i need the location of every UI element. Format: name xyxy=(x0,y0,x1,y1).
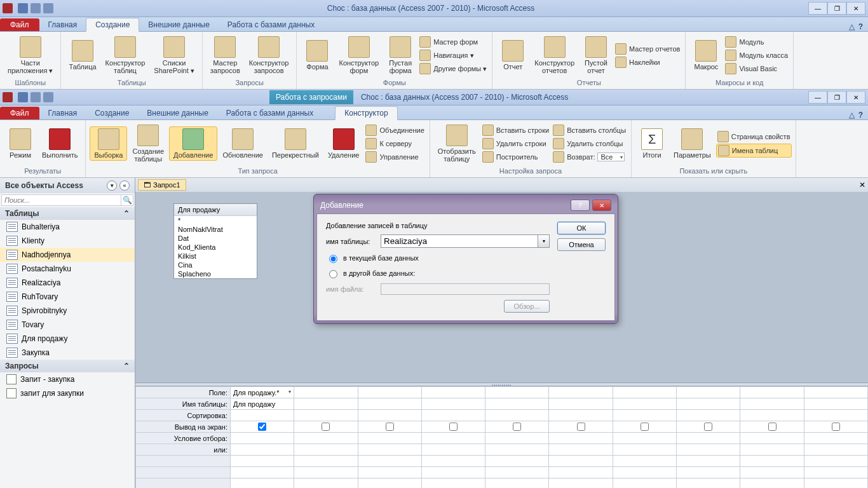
show-checkbox[interactable] xyxy=(704,423,712,431)
help-icon-2[interactable]: ? xyxy=(858,111,863,119)
show-checkbox[interactable] xyxy=(577,423,585,431)
show-checkbox[interactable] xyxy=(322,423,330,431)
grid-cell[interactable] xyxy=(740,444,804,456)
grid-cell[interactable] xyxy=(740,398,804,410)
tab-database-2[interactable]: Работа с базами данных xyxy=(217,107,322,119)
table-field[interactable]: Kod_Klienta xyxy=(174,243,257,252)
grid-cell[interactable] xyxy=(485,467,549,478)
grid-cell[interactable] xyxy=(677,421,740,433)
run-button[interactable]: Выполнить xyxy=(38,127,81,160)
grid-cell[interactable] xyxy=(677,433,740,444)
grid-cell[interactable] xyxy=(804,398,867,410)
visual-basic-button[interactable]: Visual Basic xyxy=(724,62,789,75)
grid-cell[interactable] xyxy=(421,444,485,456)
grid-cell[interactable] xyxy=(358,421,421,433)
table-field[interactable]: Kilkist xyxy=(174,252,257,261)
tab-file[interactable]: Файл xyxy=(0,18,39,31)
delete-rows-button[interactable]: Удалить строки xyxy=(481,137,550,150)
other-db-radio[interactable] xyxy=(329,270,337,278)
tab-external[interactable]: Внешние данные xyxy=(139,18,219,31)
tab-file-2[interactable]: Файл xyxy=(0,107,39,119)
grid-cell[interactable] xyxy=(294,433,358,444)
grid-cell[interactable] xyxy=(485,387,549,398)
table-field[interactable]: Cina xyxy=(174,261,257,269)
query-item[interactable]: запит для закупки xyxy=(0,386,135,400)
grid-cell[interactable] xyxy=(294,456,358,467)
tab-external-2[interactable]: Внешние данные xyxy=(138,107,217,119)
table-item[interactable]: RuhTovary xyxy=(0,290,135,304)
grid-cell[interactable] xyxy=(485,433,549,444)
dialog-close-button[interactable]: ✕ xyxy=(592,200,611,211)
grid-cell[interactable] xyxy=(231,421,294,433)
grid-cell[interactable] xyxy=(804,467,867,478)
show-checkbox[interactable] xyxy=(641,423,649,431)
grid-cell[interactable] xyxy=(613,433,676,444)
show-table-button[interactable]: Отобразить таблицу xyxy=(434,123,480,164)
grid-cell[interactable] xyxy=(613,478,676,489)
table-name-input[interactable] xyxy=(381,234,538,248)
totals-button[interactable]: ΣИтоги xyxy=(635,127,668,160)
ok-button[interactable]: ОК xyxy=(557,222,606,234)
grid-cell[interactable]: Для продажу xyxy=(231,398,294,410)
qat-undo-icon-2[interactable] xyxy=(31,92,41,102)
ribbon-min-icon[interactable]: △ xyxy=(849,22,855,31)
tab-home-2[interactable]: Главная xyxy=(39,107,86,119)
table-item[interactable]: Для продажу xyxy=(0,332,135,346)
show-checkbox[interactable] xyxy=(386,423,394,431)
insert-cols-button[interactable]: Вставить столбцы xyxy=(552,124,627,137)
table-item[interactable]: Закупка xyxy=(0,346,135,360)
grid-cell[interactable] xyxy=(294,478,358,489)
grid-cell[interactable] xyxy=(421,387,485,398)
show-checkbox[interactable] xyxy=(513,423,521,431)
datadef-button[interactable]: Управление xyxy=(364,151,425,163)
grid-cell[interactable] xyxy=(549,444,613,456)
table-button[interactable]: Таблица xyxy=(65,39,100,72)
grid-cell[interactable] xyxy=(421,433,485,444)
grid-cell[interactable] xyxy=(294,410,358,421)
grid-cell[interactable] xyxy=(231,467,294,478)
grid-cell[interactable] xyxy=(677,444,740,456)
grid-cell[interactable] xyxy=(804,410,867,421)
grid-cell[interactable] xyxy=(294,467,358,478)
blank-form-button[interactable]: Пустая форма xyxy=(384,35,417,76)
macro-button[interactable]: Макрос xyxy=(689,39,722,72)
grid-cell[interactable] xyxy=(740,456,804,467)
doc-tab-close-icon[interactable]: ✕ xyxy=(859,180,865,189)
delete-query-button[interactable]: Удаление xyxy=(324,127,363,160)
builder-button[interactable]: Построитель xyxy=(481,151,550,163)
make-table-button[interactable]: Создание таблицы xyxy=(128,123,168,164)
grid-cell[interactable] xyxy=(294,444,358,456)
nav-tables-header[interactable]: Таблицы⌃ xyxy=(0,207,135,220)
grid-cell[interactable] xyxy=(421,398,485,410)
table-item[interactable]: Spivrobitnyky xyxy=(0,304,135,318)
grid-cell[interactable] xyxy=(677,410,740,421)
grid-cell[interactable] xyxy=(358,467,421,478)
grid-cell[interactable] xyxy=(421,467,485,478)
qat-redo-icon-2[interactable] xyxy=(43,92,53,102)
grid-cell[interactable] xyxy=(485,421,549,433)
form-button[interactable]: Форма xyxy=(301,39,334,72)
grid-cell[interactable] xyxy=(549,387,613,398)
select-query-button[interactable]: Выборка xyxy=(90,126,127,161)
grid-cell[interactable] xyxy=(804,478,867,489)
grid-cell[interactable] xyxy=(740,421,804,433)
delete-cols-button[interactable]: Удалить столбцы xyxy=(552,137,627,150)
grid-cell[interactable] xyxy=(677,398,740,410)
other-forms-button[interactable]: Другие формы ▾ xyxy=(418,62,488,75)
return-combo[interactable]: Все▾ xyxy=(597,152,625,161)
grid-cell[interactable] xyxy=(294,387,358,398)
app-parts-button[interactable]: Части приложения ▾ xyxy=(4,35,57,76)
grid-cell[interactable] xyxy=(677,467,740,478)
table-field[interactable]: Splacheno xyxy=(174,269,257,278)
module-button[interactable]: Модуль xyxy=(724,36,789,48)
ribbon-min-icon-2[interactable]: △ xyxy=(849,111,855,119)
grid-cell[interactable] xyxy=(804,444,867,456)
parameters-button[interactable]: Параметры xyxy=(670,127,715,160)
close-button[interactable]: ✕ xyxy=(846,2,865,15)
mode-button[interactable]: Режим xyxy=(4,127,37,160)
grid-cell[interactable] xyxy=(613,444,676,456)
dialog-help-button[interactable]: ? xyxy=(571,200,590,211)
grid-cell[interactable] xyxy=(294,398,358,410)
grid-cell[interactable] xyxy=(485,478,549,489)
grid-cell[interactable] xyxy=(549,467,613,478)
